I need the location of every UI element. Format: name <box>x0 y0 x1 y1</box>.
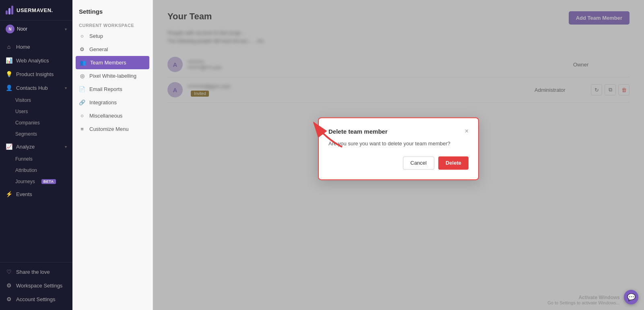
heart-icon: ♡ <box>6 269 12 275</box>
companies-label: Companies <box>15 120 40 126</box>
sidebar-item-users[interactable]: Users <box>0 106 72 117</box>
sidebar-item-web-analytics[interactable]: 📊 Web Analytics <box>0 54 72 67</box>
logo-bar-3 <box>11 6 13 14</box>
sidebar: USERMAVEN. N Noor ▾ ⌂ Home 📊 Web Analyti… <box>0 0 72 310</box>
sidebar-item-label: Home <box>16 44 67 50</box>
sidebar-logo: USERMAVEN. <box>0 0 72 21</box>
workspace-row[interactable]: N Noor ▾ <box>0 21 72 37</box>
sidebar-item-label: Product Insights <box>16 71 67 77</box>
general-icon: ⚙ <box>79 46 85 52</box>
sidebar-item-events[interactable]: ⚡ Events <box>0 187 72 201</box>
sidebar-item-analyze[interactable]: 📈 Analyze ▾ <box>0 140 72 153</box>
settings-item-label: Team Members <box>90 60 126 66</box>
setup-icon: ○ <box>79 33 85 39</box>
settings-item-label: Integrations <box>89 99 117 105</box>
journeys-label: Journeys <box>15 179 35 184</box>
settings-sidebar: Settings Current Workspace ○ Setup ⚙ Gen… <box>72 0 153 310</box>
sidebar-item-label: Events <box>16 191 67 197</box>
content-area: Your Team Add Team Member People with ac… <box>153 0 644 310</box>
settings-item-label: Miscellaneous <box>89 113 122 119</box>
contacts-hub-icon: 👤 <box>6 85 12 91</box>
sidebar-item-attribution[interactable]: Attribution <box>0 165 72 176</box>
settings-item-customize-menu[interactable]: ≡ Customize Menu <box>72 122 153 136</box>
beta-badge: BETA <box>41 179 56 184</box>
sidebar-item-label: Analyze <box>16 144 61 150</box>
analyze-chevron: ▾ <box>65 145 67 149</box>
settings-item-setup[interactable]: ○ Setup <box>72 29 153 43</box>
sidebar-item-label: Web Analytics <box>16 58 67 64</box>
settings-title: Settings <box>72 8 153 20</box>
sidebar-item-contacts-hub[interactable]: 👤 Contacts Hub ▾ <box>0 81 72 95</box>
sidebar-item-funnels[interactable]: Funnels <box>0 153 72 165</box>
settings-item-label: Pixel White-labelling <box>89 73 136 79</box>
logo-text: USERMAVEN. <box>17 7 53 13</box>
sidebar-item-home[interactable]: ⌂ Home <box>0 40 72 54</box>
settings-item-integrations[interactable]: 🔗 Integrations <box>72 96 153 109</box>
logo-bar-2 <box>8 8 10 14</box>
settings-item-miscellaneous[interactable]: ○ Miscellaneous <box>72 109 153 122</box>
workspace-settings-icon: ⚙ <box>6 282 12 289</box>
home-icon: ⌂ <box>6 43 12 50</box>
sidebar-item-share-love[interactable]: ♡ Share the love <box>0 265 72 279</box>
visitors-label: Visitors <box>15 97 31 103</box>
sidebar-item-journeys[interactable]: Journeys BETA <box>0 176 72 187</box>
settings-item-label: Setup <box>89 33 103 39</box>
settings-item-label: Email Reports <box>89 86 122 92</box>
email-icon: 📄 <box>79 86 85 92</box>
sidebar-bottom: ♡ Share the love ⚙ Workspace Settings ⚙ … <box>0 262 72 310</box>
settings-item-pixel-whitelabelling[interactable]: ◎ Pixel White-labelling <box>72 69 153 83</box>
workspace-avatar: N <box>6 25 14 33</box>
chat-icon: 💬 <box>627 293 636 302</box>
sidebar-item-visitors[interactable]: Visitors <box>0 95 72 106</box>
sidebar-item-label: Workspace Settings <box>16 283 67 289</box>
modal-close-button[interactable]: × <box>465 128 469 135</box>
modal-title: Delete team member <box>328 128 388 135</box>
sidebar-item-segments[interactable]: Segments <box>0 128 72 140</box>
users-label: Users <box>15 109 28 114</box>
logo-icon <box>6 6 13 14</box>
sidebar-item-label: Contacts Hub <box>16 85 61 91</box>
sidebar-item-workspace-settings[interactable]: ⚙ Workspace Settings <box>0 279 72 292</box>
integrations-icon: 🔗 <box>79 99 85 105</box>
delete-button[interactable]: Delete <box>438 156 469 169</box>
sidebar-item-label: Share the love <box>16 269 67 275</box>
settings-section-label: Current Workspace <box>72 20 153 29</box>
sidebar-item-product-insights[interactable]: 💡 Product Insights <box>0 67 72 81</box>
workspace-left: N Noor <box>6 25 27 33</box>
workspace-name: Noor <box>17 26 27 32</box>
settings-item-general[interactable]: ⚙ General <box>72 43 153 56</box>
attribution-label: Attribution <box>15 167 37 173</box>
team-members-icon: 👥 <box>80 60 86 66</box>
sidebar-item-label: Account Settings <box>16 296 67 302</box>
analyze-icon: 📈 <box>6 143 12 150</box>
settings-item-label: Customize Menu <box>89 126 129 132</box>
product-insights-icon: 💡 <box>6 71 12 77</box>
sidebar-item-companies[interactable]: Companies <box>0 117 72 128</box>
settings-item-email-reports[interactable]: 📄 Email Reports <box>72 83 153 96</box>
misc-icon: ○ <box>79 113 85 119</box>
sidebar-nav: ⌂ Home 📊 Web Analytics 💡 Product Insight… <box>0 37 72 262</box>
events-icon: ⚡ <box>6 191 12 197</box>
modal-actions: Cancel Delete <box>328 156 469 169</box>
settings-item-team-members[interactable]: 👥 Team Members <box>76 56 149 69</box>
funnels-label: Funnels <box>15 156 33 162</box>
settings-item-label: General <box>89 46 108 52</box>
workspace-chevron: ▾ <box>65 27 67 31</box>
customize-icon: ≡ <box>79 126 85 132</box>
cancel-button[interactable]: Cancel <box>403 156 434 169</box>
logo-bar-1 <box>6 10 8 14</box>
sidebar-item-account-settings[interactable]: ⚙ Account Settings <box>0 292 72 306</box>
main-area: Settings Current Workspace ○ Setup ⚙ Gen… <box>72 0 644 310</box>
contacts-hub-chevron: ▾ <box>65 86 67 90</box>
pixel-icon: ◎ <box>79 73 85 79</box>
account-settings-icon: ⚙ <box>6 296 12 302</box>
chat-button[interactable]: 💬 <box>624 290 638 304</box>
modal-body: Are you sure you want to delete your tea… <box>328 141 469 147</box>
delete-modal: Delete team member × Are you sure you wa… <box>318 117 479 180</box>
web-analytics-icon: 📊 <box>6 57 12 64</box>
modal-header: Delete team member × <box>328 128 469 135</box>
segments-label: Segments <box>15 131 37 137</box>
